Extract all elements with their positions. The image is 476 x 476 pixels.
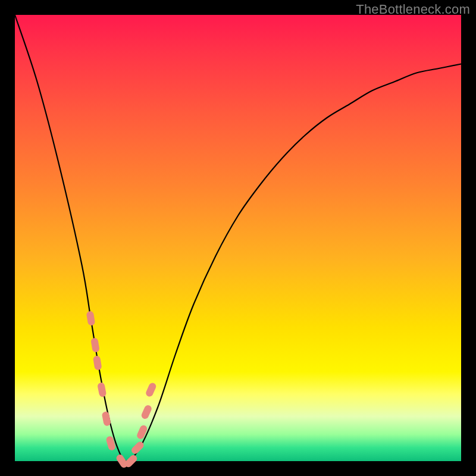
plot-area [15, 15, 461, 461]
highlight-dash [97, 382, 107, 397]
highlight-dash [90, 337, 100, 353]
chart-frame: TheBottleneck.com [0, 0, 476, 476]
highlight-dash [136, 424, 148, 440]
curve-svg [15, 15, 461, 461]
highlight-dash [102, 411, 111, 427]
highlight-markers [86, 311, 157, 469]
highlight-dash [93, 355, 102, 371]
highlight-dash [140, 404, 153, 420]
bottleneck-curve [15, 15, 461, 461]
highlight-dash [86, 311, 96, 326]
highlight-dash [145, 382, 157, 398]
watermark-text: TheBottleneck.com [356, 2, 470, 17]
